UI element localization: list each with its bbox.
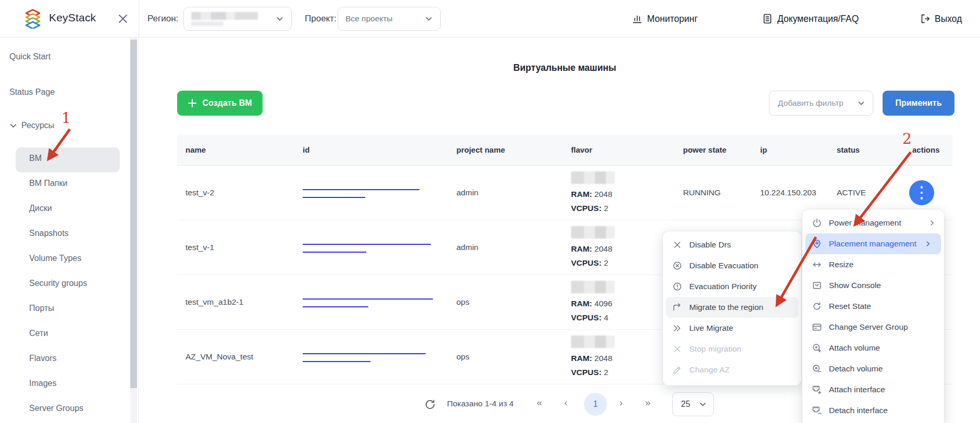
vm-id-cell: [294, 242, 448, 253]
sidebar-item-vm[interactable]: ВМ: [29, 154, 42, 163]
placement-submenu: Disable Drs Disable Evacuation Evacuatio…: [663, 231, 801, 385]
sidebar-item-server-groups[interactable]: Server Groups: [29, 404, 83, 413]
menu-item-detach-interface[interactable]: Detach interface: [802, 400, 944, 421]
console-icon: [812, 280, 822, 291]
double-chevron-right-icon: [672, 323, 683, 333]
menu-item-label: Disable Evacuation: [689, 261, 759, 270]
detach-interface-icon: [812, 405, 822, 416]
menu-item-reset-state[interactable]: Reset State: [802, 296, 944, 317]
topbar: KeyStack Регион: Проект: Все проекты Мон…: [0, 0, 980, 38]
vm-flavor-cell: RAM: 2048 VCPUS: 2: [563, 226, 675, 269]
vm-id-link-redacted[interactable]: [303, 297, 433, 300]
pencil-icon: [672, 365, 683, 375]
pagination-first-button[interactable]: «: [537, 397, 542, 408]
pagination-page-1[interactable]: 1: [584, 393, 607, 416]
x-icon: [672, 344, 683, 354]
region-label: Регион:: [147, 0, 178, 38]
vm-flavor-cell: RAM: 4096 VCPUS: 4: [563, 281, 675, 324]
sidebar-item-quick-start[interactable]: Quick Start: [9, 52, 51, 61]
menu-item-show-console[interactable]: Show Console: [802, 275, 944, 296]
sidebar-item-ports[interactable]: Порты: [29, 304, 54, 313]
nav-docs[interactable]: Документация/FAQ: [762, 0, 859, 38]
page-title: Виртуальные машины: [177, 63, 952, 73]
vm-id-link-redacted[interactable]: [303, 250, 366, 253]
nav-logout[interactable]: Выход: [919, 0, 962, 38]
menu-item-label: Attach volume: [829, 343, 880, 353]
sidebar-close-icon[interactable]: [117, 13, 129, 25]
vm-flavor-cell: RAM: 2048 VCPUS: 2: [563, 171, 675, 214]
menu-item-migrate-to-region[interactable]: Migrate to the region: [666, 297, 798, 318]
vm-ram: RAM: 2048: [571, 188, 675, 200]
vm-id-link-redacted[interactable]: [303, 195, 365, 198]
menu-item-placement-management[interactable]: Placement management: [805, 233, 941, 254]
menu-item-power-management[interactable]: Power management: [802, 213, 944, 233]
pagination-next-button[interactable]: ›: [619, 397, 623, 408]
sidebar-item-disks[interactable]: Диски: [29, 204, 52, 213]
vm-vcpus: VCPUS: 2: [571, 202, 675, 214]
brand-title: KeyStack: [49, 11, 96, 24]
vm-name: test_vm_a1b2-1: [177, 297, 294, 307]
vm-id-link-redacted[interactable]: [303, 352, 426, 354]
col-header-name: name: [177, 145, 294, 154]
sidebar-scrollbar-thumb[interactable]: [130, 40, 137, 388]
menu-item-label: Live Migrate: [689, 324, 733, 333]
pagination-last-button[interactable]: »: [645, 397, 651, 408]
vm-flavor-name-redacted: [571, 171, 615, 184]
region-select[interactable]: [183, 7, 292, 31]
menu-item-resize[interactable]: Resize: [802, 254, 944, 275]
sidebar-item-vm-folders[interactable]: ВМ Папки: [29, 179, 67, 188]
menu-item-disable-evacuation[interactable]: Disable Evacuation: [663, 255, 801, 276]
menu-item-label: Attach interface: [829, 385, 885, 394]
migrate-arrow-icon: [672, 302, 683, 313]
sidebar-item-volume-types[interactable]: Volume Types: [29, 254, 81, 263]
sidebar-item-flavors[interactable]: Flavors: [29, 354, 56, 363]
menu-item-stop-migration: Stop migration: [663, 339, 801, 359]
nav-monitoring[interactable]: Мониторинг: [631, 0, 698, 38]
menu-item-change-server-group[interactable]: Change Server Group: [802, 317, 944, 338]
resize-icon: [812, 259, 822, 270]
col-header-power-state: power state: [675, 145, 752, 154]
row-actions-button[interactable]: [909, 180, 934, 205]
project-select[interactable]: Все проекты: [338, 7, 441, 31]
vm-id-cell: [294, 297, 448, 307]
create-vm-button[interactable]: Создать ВМ: [177, 91, 263, 116]
menu-item-attach-volume[interactable]: Attach volume: [802, 338, 944, 358]
vm-name: AZ_VM_Nova_test: [177, 352, 294, 362]
add-filter-select[interactable]: Добавить фильтр: [769, 91, 873, 116]
menu-item-evacuation-priority[interactable]: Evacuation Priority: [663, 276, 801, 297]
sidebar-item-images[interactable]: Images: [29, 379, 56, 388]
menu-item-attach-interface[interactable]: Attach interface: [802, 379, 944, 400]
attach-interface-icon: [812, 384, 822, 395]
menu-item-detach-volume[interactable]: Detach volume: [802, 358, 944, 379]
table-header-row: name id project name flavor power state …: [177, 134, 952, 166]
x-icon: [672, 240, 683, 250]
sidebar-item-security-groups[interactable]: Security groups: [29, 279, 87, 288]
chevron-down-icon: [857, 99, 865, 107]
menu-item-label: Detach interface: [829, 406, 888, 415]
vm-id-link-redacted[interactable]: [303, 188, 419, 190]
sidebar-item-status-page[interactable]: Status Page: [9, 88, 55, 97]
refresh-icon[interactable]: [424, 399, 436, 410]
apply-filter-button[interactable]: Применить: [883, 91, 954, 116]
alert-circle-icon: [672, 281, 683, 292]
menu-item-label: Migrate to the region: [689, 303, 763, 312]
topbar-divider: [139, 0, 139, 38]
sidebar-item-networks[interactable]: Сети: [29, 329, 48, 338]
menu-item-disable-drs[interactable]: Disable Drs: [663, 234, 801, 255]
vm-id-link-redacted[interactable]: [303, 305, 368, 307]
x-circle-icon: [672, 260, 683, 271]
vm-id-link-redacted[interactable]: [303, 242, 431, 245]
sidebar-group-resources[interactable]: Ресурсы: [9, 121, 54, 130]
menu-item-live-migrate[interactable]: Live Migrate: [663, 318, 801, 339]
menu-item-label: Placement management: [829, 239, 916, 248]
sidebar: Quick Start Status Page Ресурсы ВМ ВМ Па…: [0, 38, 139, 423]
sidebar-item-snapshots[interactable]: Snapshots: [29, 229, 69, 238]
nav-docs-label: Документация/FAQ: [777, 14, 859, 24]
vm-id-link-redacted[interactable]: [303, 359, 370, 362]
pagination-prev-button[interactable]: ‹: [564, 397, 567, 408]
vm-flavor-name-redacted: [571, 335, 615, 348]
sidebar-group-resources-label: Ресурсы: [21, 121, 54, 130]
vm-project: ops: [448, 352, 563, 362]
page-size-select[interactable]: 25: [672, 392, 714, 416]
vm-actions-cell: [904, 180, 952, 205]
